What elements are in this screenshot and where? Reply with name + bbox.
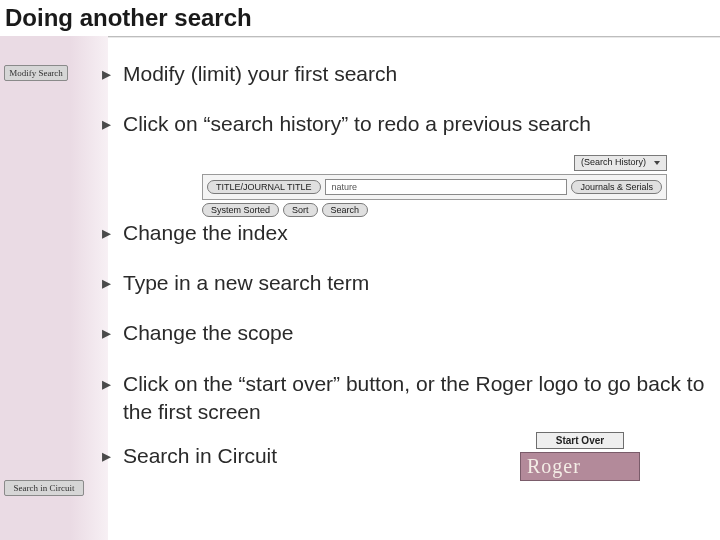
scope-selector: Journals & Serials bbox=[571, 180, 662, 194]
sort-mode: System Sorted bbox=[202, 203, 279, 217]
bullet-text: Modify (limit) your first search bbox=[123, 60, 710, 88]
triangle-bullet-icon: ▸ bbox=[102, 319, 111, 347]
bullet-text: Type in a new search term bbox=[123, 269, 710, 297]
triangle-bullet-icon: ▸ bbox=[102, 370, 111, 398]
triangle-bullet-icon: ▸ bbox=[102, 60, 111, 88]
search-button: Search bbox=[322, 203, 369, 217]
bullet-text: Change the scope bbox=[123, 319, 710, 347]
roger-logo: Roger bbox=[520, 452, 640, 481]
search-controls-row: System Sorted Sort Search bbox=[202, 203, 667, 217]
bullet-item: ▸ Click on “search history” to redo a pr… bbox=[102, 110, 710, 138]
decorative-pillar bbox=[0, 36, 108, 540]
title-underline bbox=[0, 36, 720, 38]
bullet-text: Change the index bbox=[123, 219, 710, 247]
triangle-bullet-icon: ▸ bbox=[102, 219, 111, 247]
slide: Doing another search Modify Search Searc… bbox=[0, 0, 720, 540]
bullet-item: ▸ Modify (limit) your first search bbox=[102, 60, 710, 88]
index-selector: TITLE/JOURNAL TITLE bbox=[207, 180, 321, 194]
bullet-item: ▸ Click on the “start over” button, or t… bbox=[102, 370, 710, 427]
triangle-bullet-icon: ▸ bbox=[102, 442, 111, 470]
search-bar: TITLE/JOURNAL TITLE nature Journals & Se… bbox=[202, 174, 667, 200]
slide-title: Doing another search bbox=[5, 4, 252, 32]
search-history-row: (Search History) bbox=[202, 155, 667, 171]
bullet-item: ▸ Change the index bbox=[102, 219, 710, 247]
search-term-field: nature bbox=[325, 179, 568, 195]
bullet-text: Click on the “start over” button, or the… bbox=[123, 370, 710, 427]
bullet-list: ▸ Modify (limit) your first search ▸ Cli… bbox=[102, 60, 710, 471]
search-history-dropdown: (Search History) bbox=[574, 155, 667, 171]
start-over-button: Start Over bbox=[536, 432, 624, 449]
triangle-bullet-icon: ▸ bbox=[102, 269, 111, 297]
bullet-item: ▸ Type in a new search term bbox=[102, 269, 710, 297]
modify-search-chip: Modify Search bbox=[4, 65, 68, 81]
bullet-text: Click on “search history” to redo a prev… bbox=[123, 110, 710, 138]
sort-button: Sort bbox=[283, 203, 318, 217]
bullet-item: ▸ Change the scope bbox=[102, 319, 710, 347]
start-over-group: Start Over Roger bbox=[520, 432, 640, 481]
triangle-bullet-icon: ▸ bbox=[102, 110, 111, 138]
search-in-circuit-chip: Search in Circuit bbox=[4, 480, 84, 496]
search-form-screenshot: (Search History) TITLE/JOURNAL TITLE nat… bbox=[202, 155, 667, 217]
